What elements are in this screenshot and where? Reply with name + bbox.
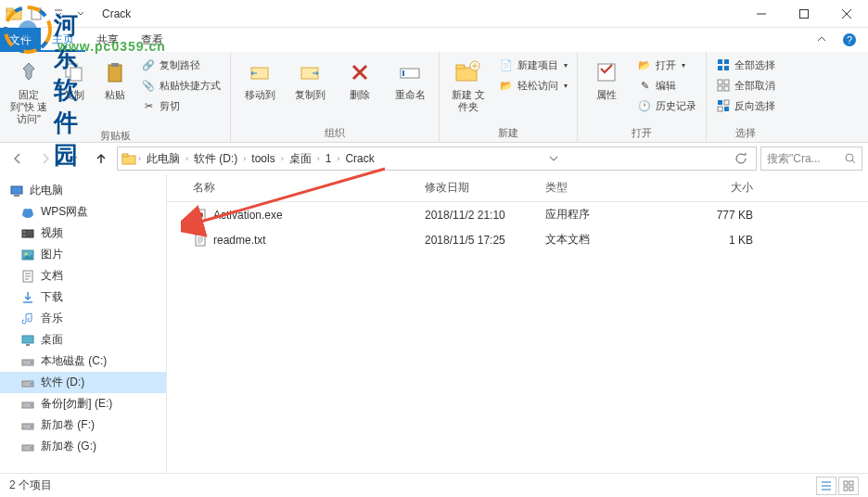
nav-pane[interactable]: 此电脑WPS网盘视频图片文档下载音乐桌面本地磁盘 (C:)软件 (D:)备份[勿… bbox=[0, 174, 167, 473]
svg-rect-28 bbox=[718, 107, 722, 111]
up-button[interactable] bbox=[89, 147, 113, 171]
svg-rect-20 bbox=[718, 66, 722, 70]
nav-item[interactable]: 图片 bbox=[0, 244, 166, 265]
svg-rect-21 bbox=[724, 66, 729, 70]
svg-rect-3 bbox=[800, 9, 809, 18]
qat-dropdown-icon[interactable] bbox=[48, 4, 69, 24]
document-icon[interactable] bbox=[26, 4, 46, 24]
recent-button[interactable] bbox=[61, 147, 85, 171]
svg-rect-59 bbox=[844, 481, 848, 485]
chevron-icon[interactable]: › bbox=[317, 154, 320, 163]
file-tab[interactable]: 文件 bbox=[0, 28, 41, 52]
nav-item[interactable]: WPS网盘 bbox=[0, 201, 166, 223]
chevron-icon[interactable]: › bbox=[138, 154, 141, 163]
details-view-button[interactable] bbox=[816, 477, 836, 495]
drive-icon bbox=[20, 418, 35, 433]
nav-item[interactable]: 视频 bbox=[0, 223, 166, 244]
breadcrumb-item[interactable]: 此电脑 bbox=[143, 151, 184, 167]
delete-button[interactable]: 删除 bbox=[337, 56, 383, 103]
downloads-icon bbox=[20, 290, 35, 305]
nav-item[interactable]: 新加卷 (F:) bbox=[0, 414, 166, 436]
exe-file-icon bbox=[193, 208, 208, 223]
svg-rect-27 bbox=[724, 100, 729, 105]
nav-item[interactable]: 音乐 bbox=[0, 308, 166, 329]
svg-point-37 bbox=[27, 209, 32, 214]
search-input[interactable]: 搜索"Cra... bbox=[760, 147, 862, 171]
breadcrumb-item[interactable]: 软件 (D:) bbox=[190, 151, 241, 167]
svg-rect-17 bbox=[598, 64, 615, 81]
col-size[interactable]: 大小 bbox=[649, 174, 760, 201]
drive-icon bbox=[20, 354, 35, 369]
col-date[interactable]: 修改日期 bbox=[417, 174, 538, 201]
nav-item[interactable]: 软件 (D:) bbox=[0, 372, 166, 393]
invert-selection-button[interactable]: 反向选择 bbox=[712, 96, 779, 115]
breadcrumb-item[interactable]: 桌面 bbox=[286, 151, 315, 167]
copy-to-icon bbox=[295, 57, 325, 87]
col-name[interactable]: 名称 bbox=[167, 174, 417, 201]
delete-icon bbox=[345, 57, 375, 87]
tab-view[interactable]: 查看 bbox=[130, 28, 174, 52]
back-button[interactable] bbox=[6, 147, 30, 171]
maximize-button[interactable] bbox=[783, 0, 825, 28]
content: 此电脑WPS网盘视频图片文档下载音乐桌面本地磁盘 (C:)软件 (D:)备份[勿… bbox=[0, 174, 868, 473]
file-row[interactable]: Activation.exe 2018/11/2 21:10 应用程序 777 … bbox=[167, 202, 868, 227]
file-list[interactable]: Activation.exe 2018/11/2 21:10 应用程序 777 … bbox=[167, 202, 868, 252]
properties-button[interactable]: 属性 bbox=[583, 56, 630, 103]
copy-button[interactable]: 复制 bbox=[56, 56, 93, 103]
chevron-icon[interactable]: › bbox=[281, 154, 284, 163]
nav-item[interactable]: 新加卷 (G:) bbox=[0, 436, 166, 457]
tab-home[interactable]: 主页 bbox=[41, 28, 85, 52]
svg-rect-44 bbox=[22, 336, 33, 343]
chevron-icon[interactable]: › bbox=[185, 154, 188, 163]
nav-item[interactable]: 桌面 bbox=[0, 329, 166, 350]
file-row[interactable]: readme.txt 2018/11/5 17:25 文本文档 1 KB bbox=[167, 227, 868, 252]
forward-button[interactable] bbox=[33, 147, 57, 171]
cut-button[interactable]: ✂剪切 bbox=[137, 96, 224, 115]
new-item-button[interactable]: 📄新建项目▾ bbox=[495, 56, 571, 74]
ribbon-group-select: 全部选择 全部取消 反向选择 选择 bbox=[707, 52, 785, 142]
icons-view-button[interactable] bbox=[838, 477, 859, 495]
nav-item[interactable]: 备份[勿删] (E:) bbox=[0, 393, 166, 414]
col-type[interactable]: 类型 bbox=[538, 174, 649, 201]
move-to-button[interactable]: 移动到 bbox=[236, 56, 283, 103]
pin-icon bbox=[14, 57, 44, 87]
nav-item[interactable]: 此电脑 bbox=[0, 180, 166, 201]
breadcrumb-item[interactable]: tools bbox=[248, 152, 278, 165]
open-button[interactable]: 📂打开▾ bbox=[633, 56, 700, 74]
minimize-button[interactable] bbox=[740, 0, 783, 28]
breadcrumb-item[interactable]: Crack bbox=[341, 152, 377, 165]
tab-share[interactable]: 共享 bbox=[85, 28, 130, 52]
select-none-button[interactable]: 全部取消 bbox=[712, 76, 779, 95]
collapse-ribbon-icon[interactable] bbox=[816, 34, 833, 45]
copy-to-button[interactable]: 复制到 bbox=[287, 56, 333, 103]
rename-button[interactable]: 重命名 bbox=[387, 56, 433, 103]
refresh-button[interactable] bbox=[730, 152, 752, 165]
easy-access-icon: 📂 bbox=[499, 78, 514, 93]
menubar: 文件 主页 共享 查看 ? bbox=[0, 28, 868, 52]
dropdown-button[interactable] bbox=[542, 154, 565, 163]
edit-button[interactable]: ✎编辑 bbox=[633, 76, 700, 95]
new-folder-button[interactable]: 新建 文件夹 bbox=[445, 56, 491, 115]
nav-item[interactable]: 下载 bbox=[0, 287, 166, 308]
history-button[interactable]: 🕐历史记录 bbox=[633, 96, 700, 115]
ribbon-group-open: 属性 📂打开▾ ✎编辑 🕐历史记录 打开 bbox=[578, 52, 707, 142]
chevron-icon[interactable]: › bbox=[243, 154, 246, 163]
documents-icon bbox=[20, 269, 35, 284]
select-all-button[interactable]: 全部选择 bbox=[712, 56, 779, 74]
close-button[interactable] bbox=[825, 0, 868, 28]
chevron-icon[interactable]: › bbox=[337, 154, 339, 163]
pin-button[interactable]: 固定到"快 速访问" bbox=[6, 56, 52, 127]
nav-item[interactable]: 本地磁盘 (C:) bbox=[0, 350, 166, 372]
overflow-icon[interactable] bbox=[70, 4, 91, 24]
nav-item[interactable]: 文档 bbox=[0, 265, 166, 287]
copy-path-button[interactable]: 🔗复制路径 bbox=[137, 56, 224, 74]
easy-access-button[interactable]: 📂轻松访问▾ bbox=[495, 76, 571, 95]
new-item-icon: 📄 bbox=[499, 57, 514, 72]
svg-rect-2 bbox=[32, 8, 41, 19]
address-box[interactable]: › 此电脑› 软件 (D:)› tools› 桌面› 1› Crack bbox=[117, 147, 757, 171]
help-icon[interactable]: ? bbox=[838, 29, 861, 51]
paste-shortcut-button[interactable]: 📎粘贴快捷方式 bbox=[137, 76, 224, 95]
paste-button[interactable]: 粘贴 bbox=[96, 56, 134, 103]
svg-point-55 bbox=[31, 447, 32, 449]
breadcrumb-item[interactable]: 1 bbox=[322, 152, 336, 165]
